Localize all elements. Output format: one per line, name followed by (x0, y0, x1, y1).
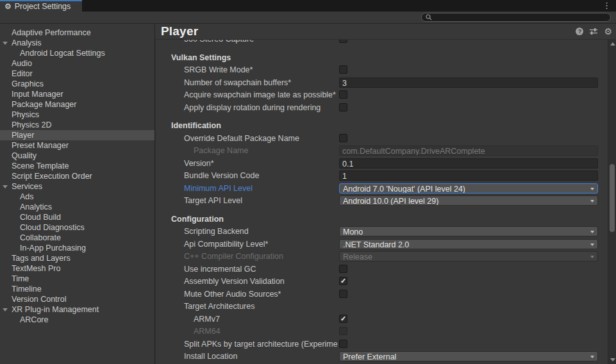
field-label-acquire-swapchain-image-late-as-possible: Acquire swapchain image late as possible… (184, 90, 336, 99)
sidebar-item-analysis[interactable]: Analysis (0, 38, 154, 48)
sidebar-item-textmesh-pro[interactable]: TextMesh Pro (0, 263, 154, 274)
dropdown-scripting-backend[interactable]: Mono (339, 226, 598, 236)
row-target-architectures: Target Architectures (156, 301, 608, 311)
window-tab-bar: ⚙ Project Settings ⋮ (0, 0, 616, 12)
text-field-number-of-swapchain-buffers[interactable]: 3 (339, 78, 598, 88)
dropdown-api-compatibility-level[interactable]: .NET Standard 2.0 (339, 239, 598, 249)
sidebar-item-player[interactable]: Player (0, 130, 154, 140)
row-arm64: ARM64 (156, 326, 608, 336)
checkbox-360-stereo-capture[interactable] (339, 39, 347, 43)
sidebar-item-version-control[interactable]: Version Control (0, 294, 154, 304)
field-label-360-stereo-capture: 360 Stereo Capture (184, 39, 254, 44)
scrollbar-thumb[interactable] (610, 164, 615, 232)
header-icons: ? ⚙ (576, 27, 616, 36)
section-header-vulkan-settings: Vulkan Settings (171, 53, 231, 62)
sidebar-item-ads[interactable]: Ads (0, 192, 154, 202)
kebab-menu-icon[interactable]: ⋮ (603, 1, 611, 10)
foldout-arrow-icon[interactable] (3, 308, 8, 311)
sidebar-item-label: In-App Purchasing (0, 244, 86, 252)
help-icon[interactable]: ? (576, 28, 583, 35)
sidebar-item-xr-plug-in-management[interactable]: XR Plug-in Management (0, 304, 154, 315)
sidebar-item-in-app-purchasing[interactable]: In-App Purchasing (0, 243, 154, 253)
row-override-default-package-name: Override Default Package Name (156, 133, 608, 144)
sidebar-item-cloud-diagnostics[interactable]: Cloud Diagnostics (0, 222, 154, 233)
sidebar-item-label: Analytics (0, 203, 52, 211)
row-version: Version*0.1 (156, 158, 608, 169)
sidebar-item-label: Player (0, 131, 34, 140)
text-field-version[interactable]: 0.1 (339, 158, 598, 169)
sidebar-item-tags-and-layers[interactable]: Tags and Layers (0, 253, 154, 263)
checkbox-override-default-package-name[interactable] (339, 134, 347, 142)
checkbox-armv7[interactable] (339, 315, 347, 323)
sidebar-item-time[interactable]: Time (0, 274, 154, 284)
settings-scroll-area: 360 Stereo CaptureVulkan SettingsSRGB Wr… (155, 39, 608, 364)
checkbox-apply-display-rotation-during-rendering[interactable] (339, 103, 347, 112)
field-label-apply-display-rotation-during-rendering: Apply display rotation during rendering (184, 103, 320, 112)
row-split-apks-by-target-architecture-experime: Split APKs by target architecture (Exper… (156, 339, 608, 349)
checkbox-srgb-write-mode[interactable] (339, 65, 347, 74)
settings-gear-icon[interactable]: ⚙ (604, 27, 612, 36)
presets-icon[interactable] (589, 28, 598, 35)
vertical-scrollbar[interactable] (608, 39, 616, 364)
field-label-c-compiler-configuration: C++ Compiler Configuration (184, 252, 283, 261)
row-configuration: Configuration (156, 214, 608, 224)
field-label-mute-other-audio-sources: Mute Other Audio Sources* (184, 290, 281, 299)
checkbox-split-apks-by-target-architecture-experime[interactable] (339, 340, 347, 348)
field-label-use-incremental-gc: Use incremental GC (184, 265, 256, 274)
sidebar-item-physics[interactable]: Physics (0, 110, 154, 120)
dropdown-install-location[interactable]: Prefer External (339, 351, 598, 361)
sidebar-item-scene-template[interactable]: Scene Template (0, 161, 154, 171)
sidebar-item-graphics[interactable]: Graphics (0, 79, 154, 89)
sidebar-item-audio[interactable]: Audio (0, 58, 154, 69)
scroll-down-arrow-icon[interactable] (610, 358, 615, 361)
sidebar-item-collaborate[interactable]: Collaborate (0, 233, 154, 243)
sidebar-item-adaptive-performance[interactable]: Adaptive Performance (0, 28, 154, 38)
sidebar-item-label: Script Execution Order (0, 172, 92, 181)
sidebar-item-script-execution-order[interactable]: Script Execution Order (0, 171, 154, 181)
tab-project-settings[interactable]: ⚙ Project Settings (0, 0, 82, 12)
field-label-version: Version* (184, 159, 214, 168)
sidebar-item-cloud-build[interactable]: Cloud Build (0, 212, 154, 222)
field-label-split-apks-by-target-architecture-experime: Split APKs by target architecture (Exper… (184, 340, 338, 349)
sidebar-item-preset-manager[interactable]: Preset Manager (0, 140, 154, 151)
row-api-compatibility-level: Api Compatibility Level*.NET Standard 2.… (156, 239, 608, 249)
field-label-api-compatibility-level: Api Compatibility Level* (184, 240, 268, 249)
sidebar-item-label: Collaborate (0, 233, 61, 242)
settings-toolbar (0, 12, 616, 24)
sidebar-item-label: ARCore (0, 315, 48, 324)
field-label-armv7: ARMv7 (194, 315, 220, 324)
sidebar-item-services[interactable]: Services (0, 181, 154, 192)
search-box[interactable] (421, 13, 611, 22)
settings-category-list: Adaptive PerformanceAnalysisAndroid Logc… (0, 24, 154, 364)
sidebar-item-quality[interactable]: Quality (0, 151, 154, 161)
sidebar-item-label: Editor (0, 69, 33, 78)
sidebar-item-label: Ads (0, 192, 34, 201)
dropdown-target-api-level[interactable]: Android 10.0 (API level 29) (339, 195, 598, 206)
search-input[interactable] (435, 13, 606, 21)
field-label-assembly-version-validation: Assembly Version Validation (184, 277, 285, 286)
sidebar-item-package-manager[interactable]: Package Manager (0, 99, 154, 110)
sidebar-item-timeline[interactable]: Timeline (0, 284, 154, 294)
checkbox-mute-other-audio-sources[interactable] (339, 290, 347, 298)
sidebar-item-physics-2d[interactable]: Physics 2D (0, 120, 154, 130)
text-field-bundle-version-code[interactable]: 1 (339, 170, 598, 181)
sidebar-item-analytics[interactable]: Analytics (0, 202, 154, 212)
sidebar-item-label: Quality (0, 151, 37, 160)
project-settings-window: ⚙ Project Settings ⋮ Adaptive Performanc… (0, 0, 616, 364)
row-armv7: ARMv7 (156, 314, 608, 324)
sidebar-item-editor[interactable]: Editor (0, 69, 154, 79)
checkbox-acquire-swapchain-image-late-as-possible[interactable] (339, 90, 347, 99)
dropdown-minimum-api-level[interactable]: Android 7.0 'Nougat' (API level 24) (339, 183, 598, 194)
foldout-arrow-icon[interactable] (3, 185, 8, 188)
sidebar-item-label: Version Control (0, 295, 66, 304)
checkbox-arm64 (339, 327, 347, 335)
foldout-arrow-icon[interactable] (3, 42, 8, 45)
scroll-up-arrow-icon[interactable] (610, 42, 615, 46)
row-use-incremental-gc: Use incremental GC (156, 264, 608, 274)
checkbox-use-incremental-gc[interactable] (339, 265, 347, 273)
sidebar-item-android-logcat-settings[interactable]: Android Logcat Settings (0, 48, 154, 58)
sidebar-item-arcore[interactable]: ARCore (0, 315, 154, 325)
checkbox-assembly-version-validation[interactable] (339, 277, 347, 285)
sidebar-item-label: Tags and Layers (0, 254, 71, 263)
sidebar-item-input-manager[interactable]: Input Manager (0, 89, 154, 99)
